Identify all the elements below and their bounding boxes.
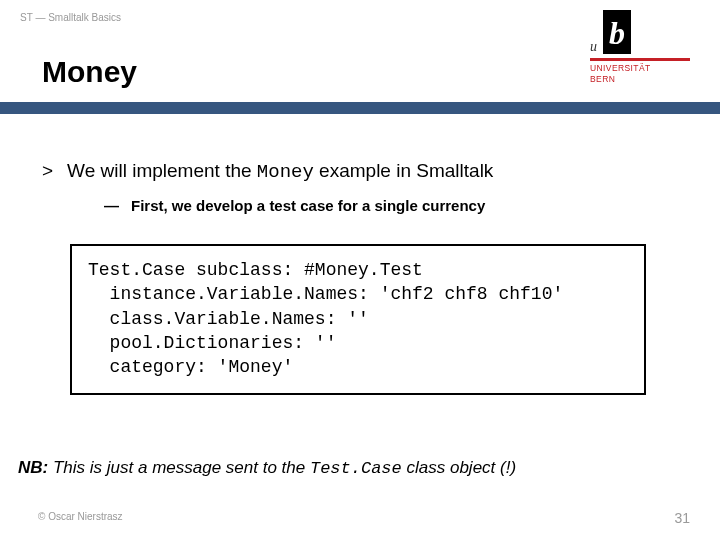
title-underline-bar [0, 102, 720, 114]
logo-top-row: u b [590, 10, 690, 54]
nb-label: NB: [18, 458, 48, 477]
logo-bern-label: BERN [590, 74, 690, 85]
course-tag: ST — Smalltalk Basics [20, 12, 121, 23]
slide-title: Money [42, 55, 137, 89]
footer-copyright: © Oscar Nierstrasz [38, 511, 123, 522]
bullet-text: We will implement the Money example in S… [67, 160, 493, 183]
sub-bullet: — First, we develop a test case for a si… [104, 197, 678, 214]
bullet-text-pre: We will implement the [67, 160, 257, 181]
nb-post: class object (!) [402, 458, 516, 477]
logo-red-stripe [590, 58, 690, 61]
nb-mono: Test.Case [310, 459, 402, 478]
logo-b-glyph: b [603, 10, 631, 54]
logo-u-glyph: u [590, 40, 597, 54]
bullet-main: > We will implement the Money example in… [42, 160, 678, 183]
footer-page-number: 31 [674, 510, 690, 526]
university-logo: u b UNIVERSITÄT BERN [590, 10, 690, 85]
nb-pre: This is just a message sent to the [48, 458, 310, 477]
sub-bullet-text: First, we develop a test case for a sing… [131, 197, 485, 214]
code-block: Test.Case subclass: #Money.Test instance… [70, 244, 646, 395]
logo-university-label: UNIVERSITÄT [590, 63, 690, 74]
nb-note: NB: This is just a message sent to the T… [18, 458, 516, 478]
sub-bullet-dash: — [104, 197, 119, 214]
bullet-symbol: > [42, 160, 53, 182]
slide-header: ST — Smalltalk Basics Money u b UNIVERSI… [0, 0, 720, 130]
bullet-mono: Money [257, 161, 314, 183]
slide-content: > We will implement the Money example in… [0, 130, 720, 395]
bullet-text-post: example in Smalltalk [314, 160, 494, 181]
